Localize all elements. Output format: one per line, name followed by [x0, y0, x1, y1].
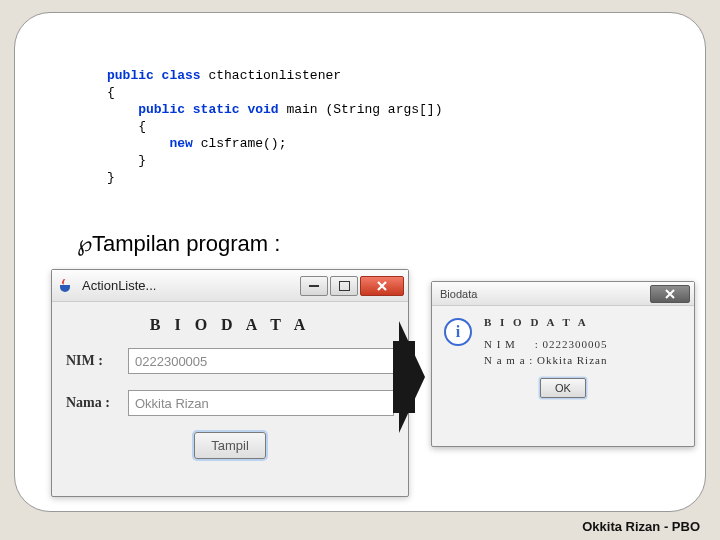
dialog-heading: B I O D A T A — [484, 316, 607, 328]
code-text: cthactionlistener — [201, 68, 341, 83]
form-title: B I O D A T A — [66, 316, 394, 334]
info-icon: i — [444, 318, 472, 346]
code-text: clsframe(); — [193, 136, 287, 151]
dialog-title: Biodata — [440, 288, 650, 300]
nim-label: NIM : — [66, 353, 124, 369]
window-controls — [300, 276, 404, 296]
nama-input[interactable] — [128, 390, 394, 416]
dialog-body: i B I O D A T A N I M : 0222300005 N a m… — [432, 306, 694, 378]
java-icon — [58, 277, 76, 295]
code-kw: public class — [107, 68, 201, 83]
window-title: ActionListe... — [82, 278, 294, 293]
code-kw: public static void — [107, 102, 279, 117]
ok-button[interactable]: OK — [540, 378, 586, 398]
footer-text: Okkita Rizan - PBO — [582, 519, 700, 534]
maximize-button[interactable] — [330, 276, 358, 296]
button-row: Tampil — [66, 432, 394, 459]
window-body: B I O D A T A NIM : Nama : Tampil — [52, 302, 408, 469]
dialog-text: B I O D A T A N I M : 0222300005 N a m a… — [484, 316, 607, 370]
code-kw: new — [107, 136, 193, 151]
field-row-nama: Nama : — [66, 390, 394, 416]
slide-frame: public class cthactionlistener { public … — [14, 12, 706, 512]
field-row-nim: NIM : — [66, 348, 394, 374]
code-text: { — [107, 119, 146, 134]
minimize-button[interactable] — [300, 276, 328, 296]
code-text: } — [107, 153, 146, 168]
nim-input[interactable] — [128, 348, 394, 374]
dialog-titlebar: Biodata — [432, 282, 694, 306]
code-text: { — [107, 85, 115, 100]
app-window: ActionListe... B I O D A T A NIM : Nama … — [51, 269, 409, 497]
dialog-nama-line: N a m a : Okkita Rizan — [484, 354, 607, 366]
tampil-button[interactable]: Tampil — [194, 432, 266, 459]
nama-label: Nama : — [66, 395, 124, 411]
section-heading: ℘Tampilan program : — [77, 231, 280, 257]
code-text: main (String args[]) — [279, 102, 443, 117]
bullet-icon: ℘ — [77, 231, 92, 256]
titlebar: ActionListe... — [52, 270, 408, 302]
code-snippet: public class cthactionlistener { public … — [107, 67, 525, 195]
dialog-nim-line: N I M : 0222300005 — [484, 338, 607, 350]
dialog-button-row: OK — [432, 378, 694, 408]
code-text: } — [107, 170, 115, 185]
message-dialog: Biodata i B I O D A T A N I M : 02223000… — [431, 281, 695, 447]
close-button[interactable] — [360, 276, 404, 296]
dialog-close-button[interactable] — [650, 285, 690, 303]
heading-text: Tampilan program : — [92, 231, 280, 256]
